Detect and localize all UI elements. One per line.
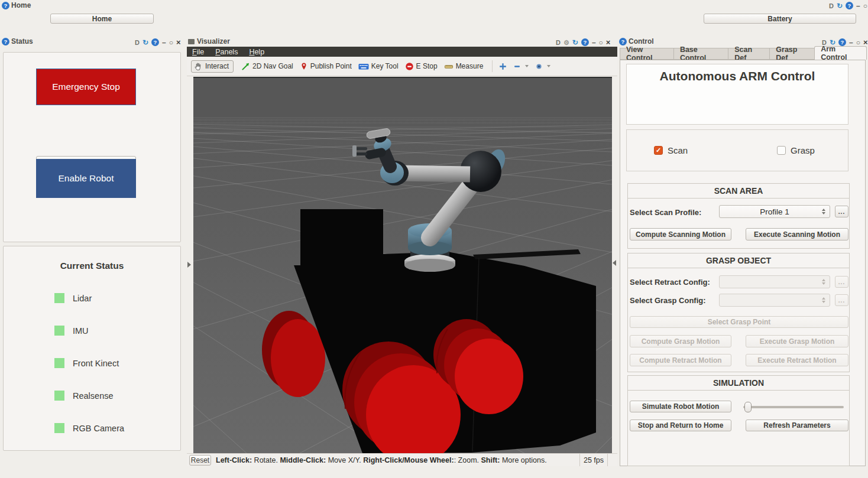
gear-icon[interactable]: ⚙ bbox=[563, 38, 569, 47]
emergency-stop-button[interactable]: Emergency Stop bbox=[36, 69, 136, 105]
minimize-button[interactable]: – bbox=[162, 38, 166, 47]
grasp-config-browse-button[interactable]: ... bbox=[835, 294, 848, 306]
help-icon[interactable]: ? bbox=[151, 38, 159, 46]
dock-button[interactable]: D bbox=[829, 2, 834, 10]
toolbar: Interact 2D Nav Goal Publish Point Key T… bbox=[187, 57, 617, 76]
visualizer-panel: Visualizer D ⚙ ↻ ? – ○ × File Panels Hel… bbox=[187, 37, 617, 467]
close-button[interactable]: × bbox=[176, 38, 181, 47]
scan-profile-browse-button[interactable]: ... bbox=[835, 206, 848, 217]
chevron-down-icon bbox=[525, 65, 529, 67]
3d-viewport[interactable] bbox=[193, 77, 612, 453]
dock-button[interactable]: D bbox=[556, 38, 561, 47]
remove-tool-button[interactable] bbox=[513, 63, 529, 70]
enable-robot-button[interactable]: Enable Robot bbox=[36, 159, 136, 198]
key-tool-button[interactable]: Key Tool bbox=[358, 62, 399, 71]
visualizer-statusbar: Reset Left-Click: Rotate. Middle-Click: … bbox=[187, 453, 617, 466]
reload-icon[interactable]: ↻ bbox=[572, 38, 578, 47]
add-tool-button[interactable] bbox=[499, 63, 507, 70]
tool-properties-button[interactable] bbox=[535, 63, 550, 70]
execute-scanning-motion-button[interactable]: Execute Scanning Motion bbox=[746, 228, 848, 240]
grasp-checkbox-label: Grasp bbox=[791, 145, 815, 155]
select-grasp-point-button[interactable]: Select Grasp Point bbox=[630, 316, 848, 328]
help-icon: ? bbox=[2, 2, 9, 9]
dock-button[interactable]: D bbox=[135, 38, 140, 47]
restore-button[interactable]: ○ bbox=[599, 38, 603, 47]
grasp-config-label: Select Grasp Config: bbox=[630, 296, 706, 305]
tab-scan-def[interactable]: Scan Def bbox=[728, 48, 769, 60]
nav-goal-icon bbox=[241, 62, 250, 71]
grasp-checkbox[interactable] bbox=[777, 146, 786, 155]
device-label: IMU bbox=[73, 326, 89, 336]
status-indicator bbox=[54, 423, 64, 433]
menu-file[interactable]: File bbox=[192, 48, 204, 56]
tab-grasp-def[interactable]: Grasp Def bbox=[769, 48, 814, 60]
compute-grasp-motion-button[interactable]: Compute Grasp Motion bbox=[630, 335, 731, 347]
compute-retract-motion-button[interactable]: Compute Retract Motion bbox=[630, 354, 731, 366]
arm-control-heading-box: Autonomous ARM Control bbox=[626, 64, 848, 125]
refresh-parameters-button[interactable]: Refresh Parameters bbox=[746, 420, 848, 431]
nav-goal-tool-button[interactable]: 2D Nav Goal bbox=[241, 62, 293, 71]
device-label: Lidar bbox=[73, 294, 92, 303]
status-indicator bbox=[54, 293, 64, 303]
home-button[interactable]: Home bbox=[50, 14, 154, 24]
retract-config-select[interactable] bbox=[719, 275, 830, 288]
status-panel: ? Status D ↻ ? – ○ × Emergency Stop Enab… bbox=[1, 37, 186, 457]
arm-control-tab-content: Autonomous ARM Control Scan Grasp SCAN A… bbox=[620, 60, 866, 466]
tab-base-control[interactable]: Base Control bbox=[673, 48, 728, 60]
help-icon[interactable]: ? bbox=[846, 2, 853, 9]
simulate-robot-motion-button[interactable]: Simulate Robot Motion bbox=[630, 401, 731, 412]
grasp-config-select[interactable] bbox=[719, 294, 830, 307]
current-status-title: Current Status bbox=[3, 261, 181, 271]
close-button[interactable]: × bbox=[606, 38, 611, 47]
grasp-object-header: GRASP OBJECT bbox=[627, 253, 850, 268]
minimize-button[interactable]: – bbox=[592, 38, 596, 47]
stop-return-home-button[interactable]: Stop and Return to Home bbox=[630, 420, 731, 431]
menubar: File Panels Help bbox=[187, 47, 617, 57]
restore-button[interactable]: ○ bbox=[169, 38, 173, 47]
minus-icon bbox=[513, 63, 521, 70]
battery-button[interactable]: Battery bbox=[704, 14, 856, 24]
scan-profile-label: Select Scan Profile: bbox=[630, 208, 701, 217]
device-label: Front Kinect bbox=[73, 359, 119, 368]
reload-icon[interactable]: ↻ bbox=[142, 38, 148, 47]
simulation-slider-thumb[interactable] bbox=[744, 402, 752, 412]
minimize-button[interactable]: – bbox=[856, 2, 860, 10]
help-icon: ? bbox=[619, 38, 627, 45]
restore-button[interactable]: ○ bbox=[863, 2, 867, 10]
left-splitter-handle[interactable] bbox=[187, 262, 191, 268]
control-panel: ? Control D ↻ ? – ○ × View Control Base … bbox=[618, 37, 867, 467]
chevron-down-icon bbox=[547, 65, 550, 67]
simulation-slider[interactable] bbox=[743, 406, 844, 408]
retract-config-label: Select Retract Config: bbox=[630, 278, 710, 287]
scan-profile-select[interactable]: Profile 1 bbox=[719, 205, 830, 218]
tab-arm-control[interactable]: Arm Control bbox=[814, 46, 867, 60]
plus-icon bbox=[499, 63, 507, 70]
spinner-icon bbox=[822, 279, 825, 285]
right-splitter-handle[interactable] bbox=[613, 260, 616, 266]
fps-counter: 25 fps bbox=[579, 454, 608, 466]
scan-checkbox[interactable] bbox=[654, 146, 663, 155]
keyboard-icon bbox=[358, 62, 369, 71]
device-label: RGB Camera bbox=[73, 424, 124, 433]
reset-button[interactable]: Reset bbox=[189, 455, 211, 466]
pin-icon bbox=[300, 62, 308, 71]
interact-tool-button[interactable]: Interact bbox=[191, 60, 234, 73]
help-icon: ? bbox=[2, 38, 9, 45]
retract-config-browse-button[interactable]: ... bbox=[835, 276, 848, 288]
reload-icon[interactable]: ↻ bbox=[837, 2, 843, 10]
menu-panels[interactable]: Panels bbox=[215, 48, 238, 56]
device-label: Realsense bbox=[73, 391, 114, 401]
tab-view-control[interactable]: View Control bbox=[620, 48, 673, 60]
menu-help[interactable]: Help bbox=[249, 48, 264, 56]
compute-scanning-motion-button[interactable]: Compute Scanning Motion bbox=[630, 228, 731, 240]
arm-control-heading: Autonomous ARM Control bbox=[660, 69, 815, 124]
estop-tool-button[interactable]: E Stop bbox=[405, 62, 438, 71]
publish-point-tool-button[interactable]: Publish Point bbox=[300, 62, 352, 71]
help-icon[interactable]: ? bbox=[581, 38, 589, 46]
visualizer-icon bbox=[188, 39, 195, 44]
execute-retract-motion-button[interactable]: Execute Retract Motion bbox=[746, 354, 848, 366]
measure-tool-button[interactable]: Measure bbox=[444, 62, 484, 71]
execute-grasp-motion-button[interactable]: Execute Grasp Motion bbox=[746, 335, 848, 347]
hand-icon bbox=[194, 62, 203, 71]
close-button[interactable]: × bbox=[863, 38, 868, 47]
